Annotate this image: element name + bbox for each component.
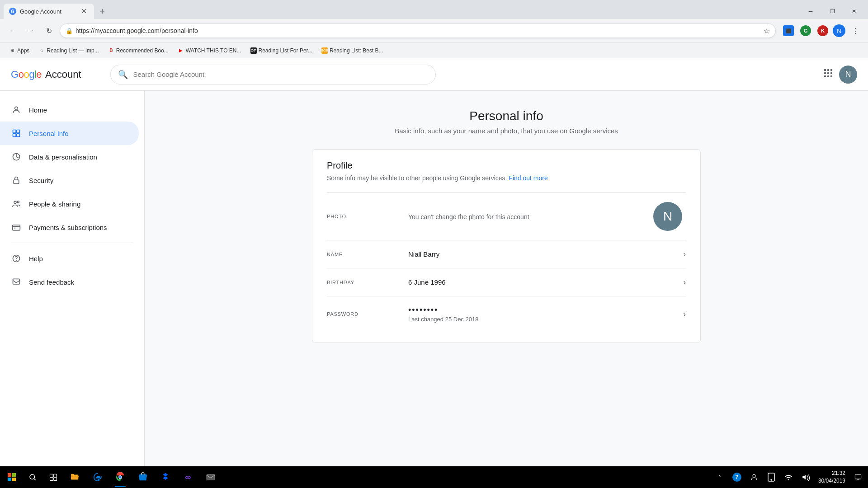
volume-icon[interactable] bbox=[797, 467, 814, 487]
extensions-icon[interactable]: ⬛ bbox=[781, 23, 796, 38]
svg-rect-1 bbox=[827, 69, 829, 71]
close-button[interactable]: ✕ bbox=[844, 4, 864, 19]
photo-label: PHOTO bbox=[327, 214, 408, 219]
profile-row-name[interactable]: NAME Niall Barry › bbox=[327, 240, 686, 268]
svg-rect-29 bbox=[50, 478, 53, 481]
sidebar-item-data-personalisation[interactable]: Data & personalisation bbox=[0, 145, 139, 169]
profile-row-birthday[interactable]: BIRTHDAY 6 June 1996 › bbox=[327, 268, 686, 296]
taskbar: ∞ ^ ? bbox=[0, 466, 868, 488]
grammarly-icon[interactable]: G bbox=[798, 23, 813, 38]
taskbar-infinity[interactable]: ∞ bbox=[177, 467, 199, 487]
taskbar-chrome[interactable] bbox=[109, 467, 131, 487]
svg-rect-10 bbox=[13, 130, 16, 133]
task-view-button[interactable] bbox=[43, 467, 63, 487]
bookmark-recommended[interactable]: B Recommended Boo... bbox=[104, 46, 172, 56]
bookmark-star-icon[interactable]: ☆ bbox=[764, 27, 770, 35]
taskbar-mail[interactable] bbox=[200, 467, 222, 487]
bookmark-recommended-label: Recommended Boo... bbox=[116, 47, 169, 54]
sidebar-item-send-feedback[interactable]: Send feedback bbox=[0, 270, 139, 294]
tab-close-button[interactable]: ✕ bbox=[79, 7, 89, 16]
taskbar-edge[interactable] bbox=[87, 467, 108, 487]
svg-rect-30 bbox=[54, 478, 57, 481]
menu-button[interactable]: ⋮ bbox=[848, 23, 863, 38]
profile-card-title: Profile bbox=[327, 160, 686, 171]
new-tab-button[interactable]: + bbox=[96, 5, 108, 18]
help-icon bbox=[11, 253, 22, 264]
active-tab[interactable]: G Google Account ✕ bbox=[4, 4, 94, 19]
svg-point-17 bbox=[17, 201, 19, 203]
browser-profile-button[interactable]: N bbox=[833, 24, 845, 37]
refresh-button[interactable]: ↻ bbox=[42, 23, 56, 38]
reading-list-per-favicon: DF bbox=[250, 47, 257, 54]
profile-photo-avatar: N bbox=[653, 202, 682, 231]
data-personalisation-icon bbox=[11, 151, 22, 162]
bookmark-reading-list-imp[interactable]: ☆ Reading List — Imp... bbox=[35, 46, 102, 56]
tab-title: Google Account bbox=[20, 8, 75, 15]
bookmark-reading-list-best[interactable]: BOB Reading List: Best B... bbox=[318, 46, 387, 56]
header-right: N bbox=[823, 66, 857, 84]
profile-card: Profile Some info may be visible to othe… bbox=[312, 149, 701, 343]
birthday-chevron-icon: › bbox=[683, 277, 686, 287]
taskbar-dropbox[interactable] bbox=[155, 467, 176, 487]
bookmark-watch-label: WATCH THIS TO EN... bbox=[186, 47, 241, 54]
action-center-icon[interactable] bbox=[850, 467, 866, 487]
recommended-favicon: B bbox=[108, 47, 114, 54]
google-logo-text: Google bbox=[11, 69, 42, 80]
sidebar-item-payments[interactable]: Payments & subscriptions bbox=[0, 216, 139, 239]
name-chevron-icon: › bbox=[683, 249, 686, 259]
sidebar-item-people-sharing[interactable]: People & sharing bbox=[0, 192, 139, 216]
svg-rect-39 bbox=[855, 474, 861, 479]
bookmark-reading-list-per[interactable]: DF Reading List For Per... bbox=[247, 46, 316, 56]
sidebar-divider bbox=[11, 243, 133, 243]
svg-rect-11 bbox=[17, 130, 20, 133]
sidebar-item-security[interactable]: Security bbox=[0, 169, 139, 192]
user-avatar[interactable]: N bbox=[839, 66, 857, 84]
minimize-button[interactable]: ─ bbox=[800, 4, 821, 19]
logo-o1: o bbox=[19, 69, 24, 80]
svg-point-33 bbox=[119, 476, 122, 479]
hidden-icons-button[interactable]: ^ bbox=[712, 467, 728, 487]
people-icon[interactable] bbox=[746, 467, 762, 487]
taskbar-store[interactable] bbox=[132, 467, 154, 487]
apps-favicon: ⊞ bbox=[9, 47, 15, 54]
search-button[interactable] bbox=[23, 467, 42, 487]
sidebar-item-help[interactable]: Help bbox=[0, 247, 139, 270]
sidebar-help-label: Help bbox=[29, 255, 43, 263]
svg-rect-12 bbox=[13, 134, 16, 137]
security-icon bbox=[11, 175, 22, 186]
maximize-button[interactable]: ❐ bbox=[822, 4, 843, 19]
profile-row-password[interactable]: PASSWORD •••••••• Last changed 25 Dec 20… bbox=[327, 296, 686, 332]
header-search[interactable]: 🔍 bbox=[110, 65, 436, 84]
apps-grid-icon[interactable] bbox=[823, 68, 834, 81]
svg-rect-2 bbox=[830, 69, 832, 71]
home-icon bbox=[11, 104, 22, 115]
start-button[interactable] bbox=[2, 467, 22, 487]
bookmark-watch[interactable]: ▶ WATCH THIS TO EN... bbox=[174, 46, 245, 56]
sidebar-item-home[interactable]: Home bbox=[0, 98, 139, 122]
search-icon: 🔍 bbox=[118, 70, 128, 80]
back-button[interactable]: ← bbox=[5, 23, 20, 38]
forward-button[interactable]: → bbox=[24, 23, 38, 38]
taskbar-file-explorer[interactable] bbox=[64, 467, 86, 487]
password-chevron-icon: › bbox=[683, 310, 686, 319]
reading-list-imp-favicon: ☆ bbox=[38, 47, 45, 54]
tab-favicon: G bbox=[9, 8, 16, 15]
wifi-icon[interactable] bbox=[780, 467, 797, 487]
sidebar-security-label: Security bbox=[29, 177, 53, 184]
profile-row-photo[interactable]: PHOTO You can't change the photo for thi… bbox=[327, 192, 686, 240]
people-sharing-icon bbox=[11, 198, 22, 209]
svg-rect-18 bbox=[13, 225, 20, 230]
kairos-icon[interactable]: K bbox=[816, 23, 830, 38]
tablet-mode-icon[interactable] bbox=[763, 467, 779, 487]
personal-info-icon bbox=[11, 128, 22, 139]
svg-rect-13 bbox=[17, 134, 20, 137]
sidebar-item-personal-info[interactable]: Personal info bbox=[0, 122, 139, 145]
svg-rect-34 bbox=[207, 474, 215, 480]
toolbar-icons: ⬛ G K N ⋮ bbox=[781, 23, 863, 38]
search-input[interactable] bbox=[133, 70, 428, 78]
address-bar[interactable]: 🔒 https://myaccount.google.com/personal-… bbox=[60, 23, 776, 38]
bookmark-apps[interactable]: ⊞ Apps bbox=[5, 46, 33, 56]
sidebar: Home Personal info bbox=[0, 91, 145, 466]
taskbar-help-icon[interactable]: ? bbox=[729, 467, 745, 487]
find-out-more-link[interactable]: Find out more bbox=[509, 174, 547, 182]
